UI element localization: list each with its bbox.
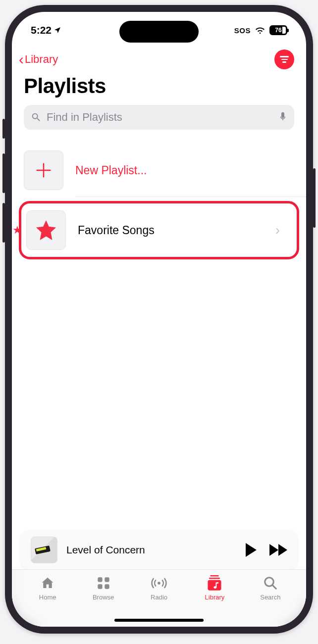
- page-title: Playlists: [12, 71, 306, 105]
- tab-bar: Home Browse Radio Library Search: [12, 569, 306, 627]
- svg-rect-5: [211, 575, 219, 576]
- power-button: [313, 168, 316, 228]
- new-playlist-thumb: [24, 150, 63, 190]
- search-tab-icon: [263, 576, 278, 591]
- radio-icon: [151, 576, 167, 591]
- tab-search[interactable]: Search: [243, 575, 298, 612]
- sos-label: SOS: [234, 26, 251, 35]
- iphone-frame: 5:22 SOS 76 ‹ Library: [5, 5, 313, 634]
- dynamic-island: [119, 21, 199, 43]
- new-playlist-row[interactable]: New Playlist...: [24, 144, 306, 197]
- tab-label: Library: [205, 594, 225, 601]
- tab-label: Browse: [93, 594, 114, 601]
- now-playing-bar[interactable]: Level of Concern: [21, 531, 297, 569]
- favorite-songs-row[interactable]: Favorite Songs ›: [26, 203, 292, 257]
- svg-rect-0: [98, 577, 102, 582]
- favorite-songs-thumb: [26, 210, 66, 250]
- tab-library[interactable]: Library: [187, 575, 242, 612]
- now-playing-title: Level of Concern: [66, 544, 237, 556]
- svg-rect-1: [105, 577, 109, 582]
- back-button[interactable]: ‹ Library: [19, 52, 58, 67]
- home-icon: [40, 576, 55, 591]
- svg-rect-3: [105, 584, 109, 589]
- tab-label: Search: [260, 594, 280, 601]
- home-indicator[interactable]: [114, 619, 204, 622]
- svg-rect-2: [98, 584, 102, 589]
- album-art: [31, 537, 57, 563]
- favorite-songs-label: Favorite Songs: [78, 224, 264, 237]
- tab-label: Home: [39, 594, 56, 601]
- star-icon: [34, 218, 58, 242]
- chevron-left-icon: ‹: [19, 52, 24, 67]
- tab-radio[interactable]: Radio: [131, 575, 187, 612]
- star-peek-icon: ★: [12, 224, 22, 237]
- side-button: [2, 119, 5, 139]
- volume-down-button: [2, 203, 5, 243]
- play-button[interactable]: [246, 543, 257, 557]
- battery-indicator: 76: [269, 25, 287, 35]
- location-icon: [53, 26, 61, 34]
- search-icon: [31, 112, 42, 123]
- playlist-list: New Playlist... ★ Favorite Songs ›: [12, 140, 306, 259]
- tab-label: Radio: [151, 594, 167, 601]
- tab-browse[interactable]: Browse: [75, 575, 131, 612]
- new-playlist-label: New Playlist...: [75, 164, 294, 177]
- sort-icon: [280, 56, 289, 63]
- highlight-annotation: ★ Favorite Songs ›: [19, 201, 299, 259]
- library-icon: [207, 575, 222, 591]
- svg-point-4: [158, 582, 160, 585]
- battery-level: 76: [275, 27, 281, 34]
- back-label: Library: [25, 53, 58, 66]
- forward-button[interactable]: [269, 544, 287, 556]
- chevron-right-icon: ›: [275, 222, 280, 238]
- sort-button[interactable]: [274, 50, 294, 69]
- volume-up-button: [2, 153, 5, 193]
- search-placeholder: Find in Playlists: [47, 111, 273, 124]
- plus-icon: [34, 160, 53, 180]
- status-time: 5:22: [31, 24, 52, 36]
- svg-rect-7: [208, 580, 221, 591]
- wifi-icon: [255, 26, 265, 35]
- browse-icon: [97, 576, 110, 590]
- tab-home[interactable]: Home: [20, 575, 75, 612]
- mic-icon[interactable]: [278, 111, 287, 123]
- svg-rect-6: [209, 578, 220, 579]
- svg-line-9: [272, 585, 276, 589]
- search-input[interactable]: Find in Playlists: [24, 105, 294, 130]
